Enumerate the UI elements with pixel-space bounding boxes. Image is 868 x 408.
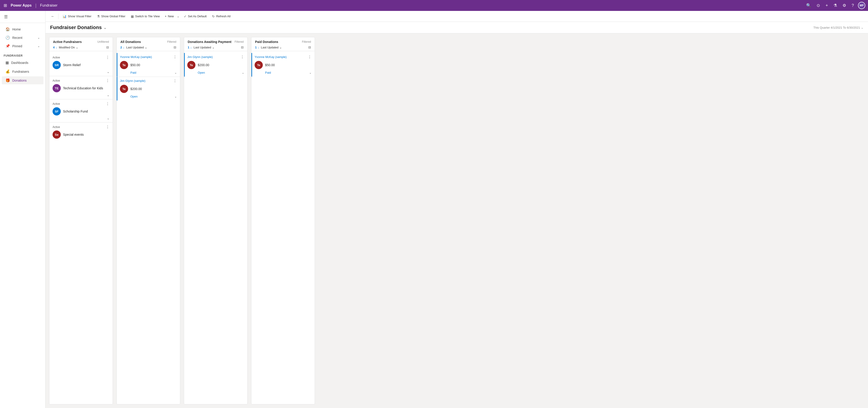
sidebar-item-donations[interactable]: 🎁 Donations xyxy=(2,76,43,84)
refresh-icon: ↻ xyxy=(212,14,215,18)
sort-chevron-icon-4: ⌄ xyxy=(279,46,282,49)
sidebar-item-pinned[interactable]: 📌 Pinned ⌄ xyxy=(2,42,43,50)
sidebar-label-fundraisers: Fundraisers xyxy=(12,70,29,73)
column-count-paid-donations: 1 ↓ xyxy=(255,46,259,49)
sidebar-item-dashboards[interactable]: ▦ Dashboards xyxy=(2,59,43,67)
page-header: Fundraiser Donations ⌄ This Quarter 4/1/… xyxy=(45,22,868,33)
search-icon[interactable]: 🔍 xyxy=(805,2,812,9)
page-title-dropdown-icon[interactable]: ⌄ xyxy=(103,26,106,30)
card-menu-storm-relief[interactable]: ⋮ xyxy=(106,55,110,60)
donor-menu-jim[interactable]: ⋮ xyxy=(173,79,177,83)
avatar[interactable]: MP xyxy=(858,2,865,9)
status-link-jim-await[interactable]: Open xyxy=(198,71,205,74)
avatar-scholarship: SF xyxy=(53,107,61,115)
column-body-paid-donations: Yvonne McKay (sample) ⋮ Te $50.00 Paid ⌄ xyxy=(251,51,315,404)
view-options-button-1[interactable]: ⊟ xyxy=(106,45,109,49)
sidebar-label-pinned: Pinned xyxy=(12,44,22,48)
donor-menu-yvonne-2[interactable]: ⋮ xyxy=(308,55,311,59)
card-expand-tech-ed[interactable]: ⌄ xyxy=(107,94,110,97)
column-title-active-fundraisers: Active Fundraisers xyxy=(53,40,82,44)
donor-menu-jim-await[interactable]: ⋮ xyxy=(241,55,244,59)
sidebar-item-fundraisers[interactable]: 💰 Fundraisers xyxy=(2,68,43,75)
status-link-yvonne[interactable]: Paid xyxy=(130,71,136,74)
show-global-filter-button[interactable]: ⚗ Show Global Filter xyxy=(95,13,128,20)
donor-link-jim[interactable]: Jim Glynn (sample) xyxy=(120,79,145,82)
donations-icon: 🎁 xyxy=(5,78,10,82)
filter-icon[interactable]: ⚗ xyxy=(832,2,838,9)
sidebar-label-home: Home xyxy=(12,28,21,31)
card-menu-scholarship[interactable]: ⋮ xyxy=(106,102,110,106)
card-chevron-yvonne-2[interactable]: ⌄ xyxy=(309,71,311,74)
new-dropdown-button[interactable]: ⌄ xyxy=(176,13,181,19)
donor-link-yvonne-2[interactable]: Yvonne McKay (sample) xyxy=(255,55,287,59)
card-expand-scholarship[interactable]: ⌄ xyxy=(107,116,110,120)
amount-yvonne: $50.00 xyxy=(130,63,140,67)
app-name: Power Apps xyxy=(11,3,32,7)
top-nav: ⊞ Power Apps | Fundraiser 🔍 ⊙ + ⚗ ⚙ ? MP xyxy=(0,0,868,11)
date-filter[interactable]: This Quarter 4/1/2021 To 6/30/2021 ⌄ xyxy=(813,26,863,29)
card-menu-tech-ed[interactable]: ⋮ xyxy=(106,78,110,83)
card-status-scholarship: Active xyxy=(53,102,60,105)
sort-label-all-donations: Last Updated xyxy=(126,46,144,49)
sort-button-paid-donations[interactable]: Last Updated ⌄ xyxy=(261,46,282,49)
card-menu-special-events[interactable]: ⋮ xyxy=(106,125,110,129)
sidebar-nav: 🏠 Home 🕐 Recent ⌄ 📌 Pinned ⌄ xyxy=(0,23,45,52)
column-header-awaiting-payment: Donations Awaiting Payment Filtered 1 ↓ … xyxy=(184,37,247,51)
sort-button-all-donations[interactable]: Last Updated ⌄ xyxy=(126,46,147,49)
column-title-awaiting-payment: Donations Awaiting Payment xyxy=(188,40,231,44)
sidebar-menu-button[interactable]: ☰ xyxy=(2,13,10,21)
sort-button-active-fundraisers[interactable]: Modified On ⌄ xyxy=(59,46,78,49)
kanban-column-all-donations: All Donations Filtered 2 ↓ Last Updated … xyxy=(117,37,180,404)
card-name-special-events: Special events xyxy=(63,133,84,136)
card-name-scholarship: Scholarship Fund xyxy=(63,109,88,113)
waffle-icon[interactable]: ⊞ xyxy=(3,2,8,9)
donor-link-jim-await[interactable]: Jim Glynn (sample) xyxy=(187,55,213,59)
status-link-yvonne-2[interactable]: Paid xyxy=(265,71,271,74)
toolbar: ← 📊 Show Visual Filter ⚗ Show Global Fil… xyxy=(45,11,868,22)
sort-button-awaiting-payment[interactable]: Last Updated ⌄ xyxy=(194,46,215,49)
page-name: Fundraiser xyxy=(40,3,57,7)
settings-icon[interactable]: ⚙ xyxy=(841,2,847,9)
sidebar-section-label: Fundraiser xyxy=(0,52,45,58)
sidebar-item-recent[interactable]: 🕐 Recent ⌄ xyxy=(2,34,43,42)
sidebar-label-dashboards: Dashboards xyxy=(11,61,28,65)
donor-link-yvonne[interactable]: Yvonne McKay (sample) xyxy=(120,55,152,59)
show-visual-filter-button[interactable]: 📊 Show Visual Filter xyxy=(60,13,94,20)
status-link-jim[interactable]: Open xyxy=(130,95,138,98)
global-filter-icon: ⚗ xyxy=(97,14,100,18)
column-title-all-donations: All Donations xyxy=(120,40,141,44)
refresh-all-label: Refresh All xyxy=(216,14,230,18)
view-options-button-4[interactable]: ⊟ xyxy=(308,45,311,49)
circle-icon[interactable]: ⊙ xyxy=(815,2,822,9)
date-filter-chevron-icon: ⌄ xyxy=(861,26,863,29)
card-scholarship: Active ⋮ SF Scholarship Fund ⌄ xyxy=(50,99,113,123)
new-label: New xyxy=(168,14,174,18)
view-options-button-3[interactable]: ⊟ xyxy=(241,45,244,49)
donor-menu-yvonne[interactable]: ⋮ xyxy=(173,55,177,59)
column-count-active-fundraisers: 4 ↓ xyxy=(53,46,57,49)
donation-card-jim-open: Jim Glynn (sample) ⋮ Te $200.00 Open ⌄ xyxy=(117,77,180,100)
card-status-tech-ed: Active xyxy=(53,79,60,82)
refresh-all-button[interactable]: ↻ Refresh All xyxy=(210,13,233,20)
card-chevron-yvonne[interactable]: ⌄ xyxy=(175,71,177,74)
sidebar-item-home[interactable]: 🏠 Home xyxy=(2,25,43,33)
avatar-yvonne: Te xyxy=(120,61,128,69)
sidebar: ☰ 🏠 Home 🕐 Recent ⌄ 📌 Pinned ⌄ Fundraise… xyxy=(0,11,45,408)
view-options-button-2[interactable]: ⊟ xyxy=(174,45,176,49)
toolbar-separator-1 xyxy=(58,14,59,19)
switch-to-tile-view-button[interactable]: ▦ Switch to Tile View xyxy=(129,13,162,20)
new-button[interactable]: + New xyxy=(163,13,176,19)
recent-chevron-icon: ⌄ xyxy=(37,36,40,39)
add-icon[interactable]: + xyxy=(824,2,829,9)
show-visual-filter-label: Show Visual Filter xyxy=(68,14,91,18)
card-storm-relief: Active ⋮ SR Storm Relief ⌄ xyxy=(50,53,113,76)
sort-down-icon: ↓ xyxy=(56,46,57,49)
kanban-area: Active Fundraisers Unfiltered 4 ↓ Modifi… xyxy=(45,33,868,408)
card-expand-storm-relief[interactable]: ⌄ xyxy=(107,70,110,74)
set-as-default-button[interactable]: ✓ Set As Default xyxy=(182,13,209,20)
back-button[interactable]: ← xyxy=(49,13,56,20)
column-filter-all-donations: Filtered xyxy=(167,40,176,43)
card-chevron-jim-await[interactable]: ⌄ xyxy=(242,71,244,74)
help-icon[interactable]: ? xyxy=(850,2,855,9)
card-chevron-jim[interactable]: ⌄ xyxy=(175,95,177,98)
